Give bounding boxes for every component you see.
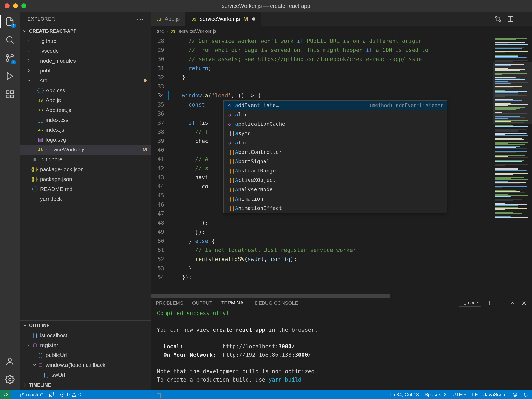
settings-gear-icon[interactable] [5,374,15,385]
file-item[interactable]: ≡yarn.lock [20,194,151,204]
suggest-item[interactable]: ［］AbortController [224,147,447,157]
activity-bar: 1 1 [0,12,20,390]
suggest-item[interactable]: ［］AnimationEffect [224,203,447,213]
search-icon[interactable] [5,35,15,45]
suggest-item[interactable]: ［］AbortSignal [224,157,447,166]
file-item[interactable]: ⦃⦄package-lock.json [20,164,151,174]
split-editor-icon[interactable] [507,16,514,22]
js-file-icon: JS [191,17,197,21]
outline-item[interactable]: ［］swUrl [20,370,151,380]
panel-tabs: PROBLEMSOUTPUTTERMINALDEBUG CONSOLE node [151,298,532,308]
editor-tab[interactable]: JSserviceWorker.jsM [186,12,261,26]
suggest-detail: (method) addEventListener [369,102,443,108]
file-item[interactable]: ⦃⦄App.css [20,85,151,95]
terminal-output[interactable]: Compiled successfully! You can now view … [151,308,532,399]
sidebar-title: EXPLORER [28,16,55,22]
file-item[interactable]: ⦃⦄package.json [20,174,151,184]
breadcrumb[interactable]: src › JS serviceWorker.js [151,26,532,36]
split-terminal-icon[interactable] [498,300,504,306]
svg-point-9 [9,378,11,381]
minimize-window-button[interactable] [13,3,18,8]
editor-tabs: JSApp.jsJSserviceWorker.jsM ⋯ [151,12,532,26]
minimap[interactable] [493,36,532,298]
outline-item[interactable]: ［］isLocalhost [20,330,151,340]
suggest-item[interactable]: ［］AnalyserNode [224,185,447,194]
editor-tab-actions: ⋯ [495,12,532,26]
outline-item[interactable]: window.a('load') callback [20,360,151,370]
panel-tab[interactable]: OUTPUT [192,298,212,308]
autocomplete-popup[interactable]: ◇addEventListe…(method) addEventListener… [223,100,447,213]
file-item[interactable]: ⓘREADME.md [20,184,151,194]
svg-point-12 [495,16,497,18]
maximize-window-button[interactable] [21,3,26,8]
panel-tab[interactable]: PROBLEMS [156,298,183,308]
suggest-item[interactable]: ［］async [224,129,447,138]
editor-tab[interactable]: JSApp.js [151,12,186,26]
editor-more-icon[interactable]: ⋯ [520,15,527,23]
close-panel-icon[interactable] [521,300,527,306]
suggest-item[interactable]: ［］AbstractRange [224,166,447,175]
suggest-item[interactable]: ［］ActiveXObject [224,175,447,185]
run-debug-icon[interactable] [5,71,15,81]
svg-rect-4 [6,91,9,94]
extensions-icon[interactable] [5,89,15,99]
suggest-item[interactable]: ◇alert [224,110,447,119]
file-item[interactable]: JSApp.test.js [20,105,151,115]
suggest-kind-icon: ◇ [227,121,232,127]
folder-item[interactable]: node_modules [20,56,151,66]
close-window-button[interactable] [5,3,10,8]
window-controls [5,3,26,8]
maximize-panel-icon[interactable] [510,300,515,306]
horizontal-scrollbar[interactable] [151,294,390,298]
folder-item[interactable]: src [20,76,151,85]
project-header[interactable]: CREATE-REACT-APP [20,26,151,36]
svg-point-3 [6,55,9,57]
svg-point-8 [8,358,11,361]
js-file-icon: JS [156,17,162,21]
outline-header[interactable]: OUTLINE [20,321,151,330]
new-terminal-icon[interactable] [487,300,493,306]
modified-dot [144,79,147,82]
panel-tab[interactable]: DEBUG CONSOLE [255,298,298,308]
minimap-viewport[interactable] [493,62,532,124]
folder-item[interactable]: public [20,66,151,76]
compare-changes-icon[interactable] [495,16,501,22]
file-item[interactable]: JSindex.js [20,125,151,135]
code-editor[interactable]: 2829303132333435363738394041424344454647… [151,36,532,298]
panel-tab[interactable]: TERMINAL [221,298,246,308]
file-tree: .github.vscodenode_modulespublicsrc⦃⦄App… [20,36,151,204]
outline-item[interactable]: register [20,340,151,350]
file-item[interactable]: ▦logo.svg [20,135,151,145]
suggest-item[interactable]: ◇addEventListe…(method) addEventListener [224,101,447,110]
remote-button[interactable] [0,390,11,399]
sync-button[interactable] [49,392,54,397]
suggest-kind-icon: ［］ [227,177,232,184]
suggest-item[interactable]: ◇atob [224,138,447,147]
file-item[interactable]: ≡.gitignore [20,155,151,164]
accounts-icon[interactable] [5,356,15,367]
folder-item[interactable]: .github [20,36,151,46]
folder-item[interactable]: .vscode [20,46,151,56]
file-item[interactable]: JSserviceWorker.jsM [20,145,151,155]
suggest-item[interactable]: ［］Animation [224,194,447,203]
svg-rect-10 [33,344,36,347]
outline-item[interactable]: ［］publicUrl [20,350,151,360]
source-control-icon[interactable]: 1 [5,53,15,63]
suggest-item[interactable]: ◇applicationCache [224,119,447,129]
file-item[interactable]: ⦃⦄index.css [20,115,151,125]
breadcrumb-seg-file[interactable]: serviceWorker.js [178,28,216,34]
sidebar-more-icon[interactable]: ⋯ [137,15,144,23]
problems-status[interactable]: 0 0 [60,392,81,397]
terminal-dropdown[interactable]: node [459,300,481,307]
timeline-header[interactable]: TIMELINE [20,380,151,390]
suggest-kind-icon: ［］ [227,130,232,137]
chevron-right-icon: › [167,28,168,34]
git-branch-status[interactable]: master* [19,392,43,397]
explorer-icon[interactable]: 1 [5,16,15,27]
suggest-kind-icon: ◇ [227,139,232,146]
terminal-cursor [157,393,161,398]
window-title: serviceWorker.js — create-react-app [222,3,310,9]
file-item[interactable]: JSApp.js [20,95,151,105]
breadcrumb-seg-folder[interactable]: src [157,28,164,34]
suggest-kind-icon: ［］ [227,158,232,165]
